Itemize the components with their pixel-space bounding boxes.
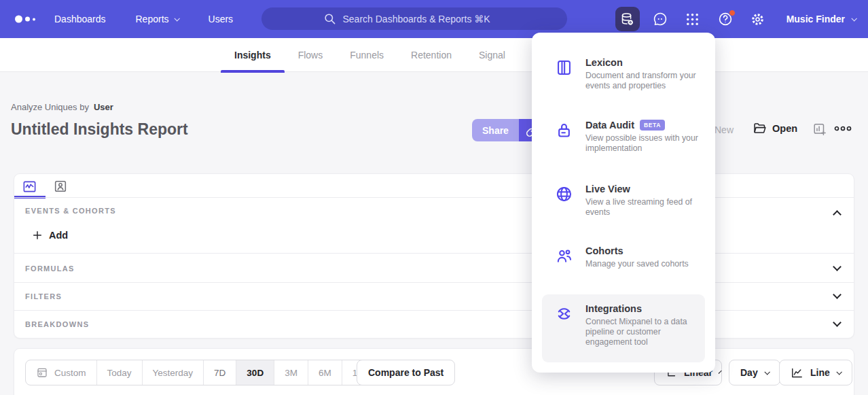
menu-item-description: View a live streaming feed of events [585, 197, 708, 218]
range-yesterday[interactable]: Yesterday [142, 360, 204, 385]
subtitle-prefix: Analyze Uniques by [11, 102, 89, 112]
integrations-sync-icon [542, 303, 585, 347]
range-7d[interactable]: 7D [203, 360, 236, 385]
range-label: Custom [54, 368, 86, 378]
chevron-down-icon [851, 16, 856, 21]
menu-item-title: Lexicon [585, 57, 623, 68]
nav-label: Reports [136, 14, 169, 24]
range-today[interactable]: Today [96, 360, 142, 385]
cohorts-people-icon [542, 245, 585, 269]
range-label: 3M [285, 368, 297, 378]
subtitle-entity[interactable]: User [94, 102, 113, 112]
report-subtitle: Analyze Uniques by User [11, 102, 113, 112]
open-label: Open [772, 123, 797, 134]
chart-controls-panel: Custom Today Yesterday 7D 30D 3M 6M 12M … [14, 348, 854, 395]
help-button[interactable] [713, 7, 738, 31]
add-event-button[interactable]: Add [32, 230, 68, 241]
calendar-icon [36, 366, 48, 379]
range-label: Yesterday [153, 368, 194, 378]
global-search[interactable] [261, 7, 567, 30]
apps-grid-icon [685, 12, 700, 27]
nav-dashboards[interactable]: Dashboards [54, 14, 106, 24]
line-chart-icon [791, 366, 803, 379]
tab-funnels[interactable]: Funnels [336, 38, 397, 72]
range-label: Today [107, 368, 132, 378]
beta-badge: BETA [640, 120, 665, 131]
menu-item-description: Manage your saved cohorts [585, 259, 708, 269]
feedback-button[interactable] [648, 7, 672, 31]
menu-item-integrations[interactable]: Integrations Connect Mixpanel to a data … [542, 303, 705, 347]
chevron-down-icon[interactable] [833, 290, 842, 299]
new-report-button[interactable]: New [715, 124, 734, 135]
chart-type-select[interactable]: Line [779, 360, 852, 385]
mixpanel-logo-icon[interactable] [15, 16, 35, 23]
section-formulas[interactable]: FORMULAS [25, 264, 75, 273]
tab-flows[interactable]: Flows [285, 38, 337, 72]
range-label: 6M [319, 368, 331, 378]
person-card-icon [53, 179, 68, 194]
section-events-cohorts[interactable]: EVENTS & COHORTS [25, 207, 116, 215]
globe-icon [542, 184, 585, 218]
page-title[interactable]: Untitled Insights Report [11, 120, 188, 139]
tab-retention[interactable]: Retention [397, 38, 465, 72]
granularity-label: Day [740, 367, 758, 378]
compare-to-past-button[interactable]: Compare to Past [357, 360, 455, 385]
chevron-up-icon[interactable] [833, 210, 842, 219]
tab-label: Insights [234, 50, 271, 61]
project-switcher[interactable]: Music Finder [786, 14, 856, 24]
search-input[interactable] [343, 14, 506, 24]
more-dots-icon [834, 124, 852, 133]
menu-item-title: Live View [585, 184, 630, 194]
range-6m[interactable]: 6M [308, 360, 342, 385]
chat-bubble-icon [652, 11, 668, 27]
chart-type-label: Line [810, 367, 830, 378]
date-range-control: Custom Today Yesterday 7D 30D 3M 6M 12M [25, 360, 381, 385]
granularity-select[interactable]: Day [729, 360, 780, 385]
tab-label: Signal [479, 50, 505, 61]
settings-button[interactable] [746, 7, 770, 31]
search-icon [323, 12, 336, 25]
tab-metrics-chart[interactable] [21, 178, 37, 194]
menu-item-live-view[interactable]: Live View View a live streaming feed of … [542, 184, 705, 218]
section-filters[interactable]: FILTERS [25, 292, 62, 300]
nav-users[interactable]: Users [209, 14, 234, 24]
section-breakdowns[interactable]: BREAKDOWNS [25, 320, 89, 328]
tab-user-profile[interactable] [52, 178, 69, 194]
range-30d-selected[interactable]: 30D [236, 360, 274, 385]
share-button[interactable]: Share [472, 119, 519, 141]
menu-item-data-audit[interactable]: Data Audit BETA View possible issues wit… [542, 120, 705, 154]
chevron-down-icon [174, 16, 179, 21]
nav-label: Dashboards [54, 14, 106, 24]
compare-label: Compare to Past [368, 367, 444, 378]
add-to-dashboard-button[interactable] [812, 122, 827, 137]
tab-label: Retention [411, 50, 452, 61]
data-management-button[interactable] [615, 7, 640, 31]
active-tab-underline [221, 70, 285, 73]
open-report-button[interactable]: Open [753, 121, 797, 135]
menu-item-cohorts[interactable]: Cohorts Manage your saved cohorts [542, 245, 705, 269]
tab-label: Funnels [350, 50, 384, 61]
range-label: 30D [247, 368, 264, 378]
pulse-chart-icon [22, 179, 37, 194]
query-builder-panel: EVENTS & COHORTS Add FORMULAS FILTERS BR… [14, 173, 854, 339]
plus-icon [32, 230, 43, 241]
chevron-down-icon [764, 369, 770, 375]
tab-signal[interactable]: Signal [465, 38, 519, 72]
chevron-down-icon[interactable] [833, 262, 842, 271]
menu-item-title: Cohorts [585, 245, 623, 256]
tab-label: Flows [298, 50, 323, 61]
notification-dot [729, 10, 736, 16]
range-label: 7D [214, 368, 225, 378]
lock-icon [542, 120, 585, 154]
menu-item-description: View possible issues with your implement… [585, 133, 708, 154]
range-3m[interactable]: 3M [274, 360, 308, 385]
menu-item-lexicon[interactable]: Lexicon Document and transform your even… [542, 57, 705, 91]
apps-button[interactable] [681, 7, 705, 31]
report-tabbar: Insights Flows Funnels Retention Signal … [0, 38, 868, 72]
chevron-down-icon[interactable] [833, 318, 842, 327]
more-options-button[interactable] [834, 124, 852, 133]
range-custom[interactable]: Custom [26, 360, 96, 385]
menu-item-description: Document and transform your events and p… [585, 71, 708, 91]
nav-reports[interactable]: Reports [136, 14, 179, 24]
tab-insights[interactable]: Insights [221, 38, 285, 72]
